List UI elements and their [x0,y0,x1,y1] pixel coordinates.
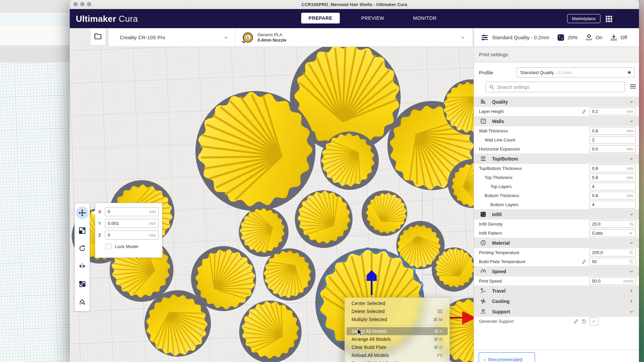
per-model-settings-tool-button[interactable] [76,278,89,290]
cura-window: CCR10SPRO_Mermaid Hair Shells - Ultimake… [70,0,639,362]
menu-item-reload-all-models[interactable]: Reload All ModelsF5 [346,351,448,359]
value-field[interactable]: 4 [589,201,636,208]
y-input[interactable] [108,221,141,226]
print-setup-summary[interactable]: Standard Quality - 0.2mm 20% On Off [474,28,639,47]
section-header-quality[interactable]: Quality [474,97,639,107]
z-input[interactable] [108,233,141,238]
desktop: CCR10SPRO_Mermaid Hair Shells - Ultimake… [0,0,644,362]
window-titlebar[interactable]: CCR10SPRO_Mermaid Hair Shells - Ultimake… [70,0,639,9]
value-field[interactable]: 4 [589,183,636,190]
mirror-tool-button[interactable] [76,260,89,273]
link-icon[interactable] [581,259,587,264]
x-input-box[interactable]: mm [105,207,159,216]
section-header-top-bottom[interactable]: Top/Bottom [474,154,639,164]
extruder-number: 1 [245,35,251,40]
tab-prepare[interactable]: PREPARE [301,13,340,23]
tab-preview[interactable]: PREVIEW [354,13,392,23]
background-window-band [0,26,71,46]
value-field[interactable]: 0.0mm [589,145,636,153]
value-field[interactable]: 0.8mm [589,127,636,135]
setting-row-generate-support: Generate Support✓ [474,317,639,326]
menu-item-center-selected[interactable]: Center Selected [346,299,448,307]
profile-dropdown[interactable]: Standard Quality - 0.2mm ★ [517,67,635,77]
open-file-button[interactable] [90,28,106,46]
checkbox-checked[interactable]: ✓ [589,317,598,325]
setting-row-horizontal-expansion: Horizontal Expansion0.0mm [474,144,639,154]
settings-sections: QualityLayer Height0.2mmWallsWall Thickn… [474,97,639,326]
chevron-down-icon [629,99,634,105]
menu-item-clear-build-plate[interactable]: Clear Build Plate⌘ D [346,343,448,351]
setting-row-print-speed: Print Speed50.0mm/s [474,277,639,286]
search-row [486,82,639,92]
material-name: Generic PLA [258,32,460,37]
search-box[interactable] [486,82,625,92]
chevron-left-icon [629,298,634,304]
background-window [0,0,71,362]
chevron-down-icon [629,118,634,124]
value-field[interactable]: 50.0mm/s [589,277,636,285]
logo-light: Cura [119,14,138,24]
z-input-box[interactable]: mm [105,231,159,240]
section-header-support[interactable]: Support [474,306,639,317]
section-header-cooling[interactable]: Cooling [474,296,639,306]
chevron-down-icon [629,309,634,314]
star-icon[interactable]: ★ [627,69,632,75]
material-icon [480,240,488,246]
reset-icon[interactable] [581,319,587,324]
support-blocker-tool-button[interactable] [76,295,89,308]
tab-monitor[interactable]: MONITOR [406,13,444,23]
value-field[interactable]: 0.8mm [589,174,636,181]
section-header-travel[interactable]: Travel [474,286,639,296]
printer-selector[interactable]: Creality CR-10S Pro [108,28,235,47]
material-selector[interactable]: 1 Generic PLA 0.4mm Nozzle [235,28,473,47]
scale-tool-button[interactable] [76,224,89,237]
apps-grid-icon[interactable] [605,15,613,24]
value-field[interactable]: 0.8mm [589,165,636,172]
value-field[interactable]: 20.0% [589,220,636,228]
search-input[interactable] [497,84,622,90]
support-icon [480,308,488,315]
chevron-down-icon [223,35,229,41]
rotate-tool-button[interactable] [76,242,89,255]
settings-menu-icon[interactable] [629,83,637,92]
setting-row-top-layers: Top Layers4 [474,182,639,191]
marketplace-button[interactable]: Marketplace [567,14,600,23]
profile-suffix: - 0.2mm [556,70,627,75]
menu-item-multiply-selected[interactable]: Multiply Selected⌘ M [346,315,448,323]
value-field[interactable]: 50°C [589,258,636,265]
x-label: X [98,209,105,214]
material-info: Generic PLA 0.4mm Nozzle [258,32,460,43]
section-header-infill[interactable]: Infill [474,209,639,220]
y-input-box[interactable]: mm [105,219,159,228]
section-header-speed[interactable]: Speed [474,266,639,277]
topbottom-icon [480,156,488,162]
y-label: Y [98,221,105,226]
section-header-walls[interactable]: Walls [474,116,639,126]
value-field[interactable]: 200.0°C [589,249,636,256]
x-input[interactable] [108,209,141,214]
support-icon [610,34,618,42]
profile-value: Standard Quality [520,70,554,75]
value-field[interactable]: 0.2mm [589,108,636,115]
dropdown-infill-pattern[interactable]: Cubic [589,229,636,237]
lock-model-label: Lock Model [115,244,138,249]
chevron-down-icon [629,156,634,162]
value-field[interactable]: 2 [589,136,636,144]
value-field[interactable]: 0.8mm [589,192,636,199]
chevron-down-icon [629,212,634,217]
setting-row-build-plate-temperature: Build Plate Temperature50°C [474,257,639,266]
lock-model-checkbox[interactable] [106,244,111,249]
background-window-band2 [0,46,71,63]
section-header-material[interactable]: Material [474,238,639,248]
setting-row-bottom-thickness: Bottom Thickness0.8mm [474,191,639,200]
menu-item-delete-selected[interactable]: Delete Selected⌧ [346,307,448,315]
link-icon[interactable] [581,109,587,114]
move-tool-button[interactable] [76,206,89,219]
recommended-button[interactable]: ‹Recommended [479,352,535,362]
adhesion-icon [585,34,593,42]
link-icon[interactable] [573,319,579,324]
background-window-toolbar [0,13,71,26]
menu-item-reset-all-model-positions[interactable]: Reset All Model Positions [346,359,448,362]
menu-separator [349,325,445,325]
summary-infill: 20% [568,35,578,40]
